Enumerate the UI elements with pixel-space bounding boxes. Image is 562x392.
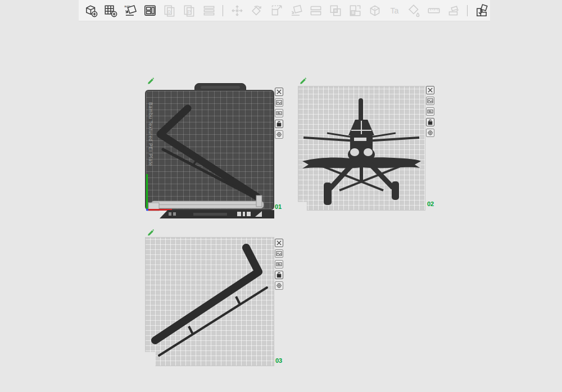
plate-03-parts xyxy=(145,237,274,366)
add-plate-button[interactable] xyxy=(102,2,119,19)
edit-plate-name-pencil-icon[interactable] xyxy=(299,76,307,84)
lock-plate-button[interactable] xyxy=(275,120,283,128)
cut-icon xyxy=(309,3,323,18)
mesh-boolean-button[interactable] xyxy=(327,2,344,19)
assembly-view-icon xyxy=(474,3,489,18)
split-to-objects-glyph: 0 xyxy=(167,8,171,15)
plate-name-button[interactable] xyxy=(275,260,283,268)
variable-layer-height-button[interactable] xyxy=(200,2,217,19)
plate-image-button[interactable] xyxy=(275,249,283,258)
split-to-objects-button[interactable]: 0 xyxy=(161,2,178,19)
mesh-boolean-icon xyxy=(328,3,343,18)
plate-settings-button[interactable] xyxy=(426,129,434,137)
edit-plate-name-pencil-icon[interactable] xyxy=(147,228,155,236)
plate-image-button[interactable] xyxy=(275,98,283,107)
split-to-parts-glyph: P xyxy=(187,8,191,15)
add-plate-icon xyxy=(103,3,118,18)
plate-02-actions xyxy=(426,86,434,137)
scale-icon xyxy=(269,3,284,18)
plate-03-actions xyxy=(275,239,283,290)
lock-plate-button[interactable] xyxy=(275,271,283,279)
auto-orient-icon: auto xyxy=(123,3,138,18)
plate-name-button[interactable] xyxy=(275,109,283,117)
edit-plate-name-pencil-icon[interactable] xyxy=(147,76,155,84)
delete-plate-button[interactable] xyxy=(275,88,283,96)
split-button[interactable] xyxy=(346,2,364,19)
color-paint-button[interactable] xyxy=(405,2,423,19)
plate-02-parts xyxy=(298,86,425,211)
split-to-parts-button[interactable]: P xyxy=(180,2,198,19)
rotate-icon xyxy=(250,3,264,18)
measure-button[interactable] xyxy=(425,2,442,19)
plate-surface[interactable]: Bambu Textured PEI Plate xyxy=(145,90,274,210)
rotate-button[interactable] xyxy=(248,2,265,19)
main-toolbar: auto 0 P xyxy=(79,0,490,21)
delete-plate-button[interactable] xyxy=(275,239,283,247)
plate-surface[interactable] xyxy=(298,86,425,211)
split-to-parts-icon: P xyxy=(182,3,197,18)
build-plate-02[interactable]: 02 xyxy=(298,84,425,212)
auto-orient-button[interactable]: auto xyxy=(121,2,139,19)
add-object-button[interactable] xyxy=(82,2,99,19)
plate-01-badge: 01 xyxy=(275,203,282,210)
toolbar-separator xyxy=(223,5,223,16)
text-tool-glyph: Ta xyxy=(390,6,398,15)
delete-plate-button[interactable] xyxy=(426,86,434,94)
text-tool-button[interactable]: Ta xyxy=(386,2,403,19)
split-to-objects-icon: 0 xyxy=(162,3,177,18)
move-icon xyxy=(230,3,244,18)
toolbar-separator xyxy=(467,5,468,16)
plate-image-button[interactable] xyxy=(426,97,434,105)
plate-settings-button[interactable] xyxy=(275,130,283,139)
plate-03-badge: 03 xyxy=(275,357,282,364)
cut-button[interactable] xyxy=(307,2,324,19)
support-paint-icon xyxy=(446,3,461,18)
plate-surface[interactable] xyxy=(145,237,274,366)
support-paint-button[interactable] xyxy=(445,2,462,19)
plate-01-actions xyxy=(275,88,283,139)
plate-settings-button[interactable] xyxy=(275,281,283,290)
move-button[interactable] xyxy=(228,2,246,19)
primitive-cube-icon xyxy=(368,3,382,18)
primitive-button[interactable] xyxy=(366,2,383,19)
scale-button[interactable] xyxy=(268,2,285,19)
plate-02-badge: 02 xyxy=(427,200,434,207)
assembly-view-button[interactable] xyxy=(473,2,490,19)
text-tool-icon: Ta xyxy=(387,3,402,18)
split-icon xyxy=(348,3,362,18)
plate-01-parts xyxy=(146,91,275,211)
variable-layer-height-icon xyxy=(202,3,216,18)
build-plate-01[interactable]: Bambu Textured PEI Plate xyxy=(145,83,274,219)
place-on-face-button[interactable] xyxy=(287,2,305,19)
plate-front-bezel xyxy=(160,210,274,218)
arrange-button[interactable] xyxy=(141,2,158,19)
lock-plate-button[interactable] xyxy=(426,118,434,126)
color-paint-icon xyxy=(407,3,422,18)
place-on-face-icon xyxy=(289,3,303,18)
plate-name-button[interactable] xyxy=(426,107,434,116)
measure-icon xyxy=(427,3,441,18)
add-object-icon xyxy=(84,3,98,18)
build-plate-03[interactable]: 03 xyxy=(145,236,274,366)
arrange-icon xyxy=(143,3,157,18)
